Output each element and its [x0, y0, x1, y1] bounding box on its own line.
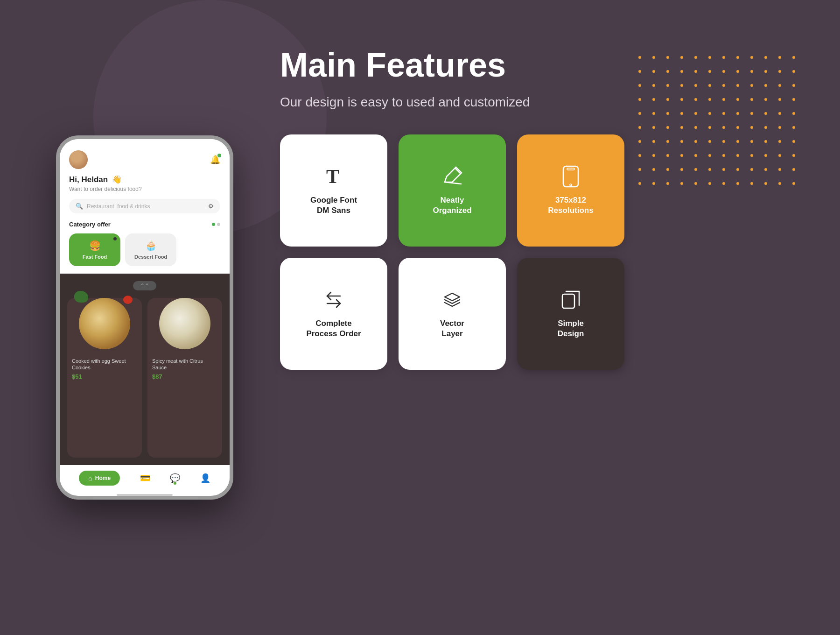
profile-icon: 👤 [200, 473, 210, 483]
avatar [69, 150, 88, 169]
features-grid: T Google FontDM Sans NeatlyOrgan [280, 134, 793, 370]
feature-card-process-order: CompleteProcess Order [280, 258, 387, 370]
phone-header: 🔔 [69, 150, 220, 169]
category-nav-dots [212, 223, 220, 226]
wallet-icon: 💳 [140, 473, 150, 483]
feature-card-resolutions: 375x812Resolutions [517, 134, 624, 247]
food-image-dumpling [152, 303, 217, 354]
features-section: Main Features Our design is easy to used… [280, 37, 793, 598]
greeting-text: Hi, Heldan 👋 [69, 175, 220, 184]
simple-design-label: SimpleDesign [558, 318, 584, 339]
process-order-label: CompleteProcess Order [306, 318, 361, 339]
swipe-arrows-icon: ⌃⌃ [140, 282, 149, 289]
nav-chat-button[interactable]: 💬 [170, 473, 180, 483]
chat-icon: 💬 [170, 473, 180, 483]
category-title: Category offer [69, 221, 111, 228]
resolutions-label: 375x812Resolutions [548, 195, 593, 216]
edit-icon [441, 165, 463, 188]
sub-greeting-text: Want to order delicious food? [69, 186, 220, 192]
search-bar[interactable]: 🔍 Restaurant, food & drinks ⚙ [69, 199, 220, 213]
food-name-cookies: Cooked with egg Sweet Cookies [72, 358, 137, 371]
feature-card-vector-layer: VectorLayer [399, 258, 506, 370]
phone-container: 🔔 Hi, Heldan 👋 Want to order delicious f… [47, 37, 243, 598]
chip-dessert[interactable]: 🧁 Dessert Food [125, 233, 176, 266]
google-font-text: Google FontDM Sans [310, 196, 357, 215]
filter-icon: ⚙ [208, 203, 214, 210]
food-card-spicy[interactable]: Spicy meat with Citrus Sauce $87 [147, 298, 222, 458]
phone-bottom-nav: ⌂ Home 💳 💬 👤 [60, 465, 230, 491]
nav-dot-active [212, 223, 215, 226]
phone-icon [560, 165, 581, 188]
avatar-image [69, 150, 88, 169]
svg-rect-6 [562, 294, 574, 308]
nav-bar-indicator [117, 494, 173, 496]
home-label: Home [95, 475, 111, 481]
pasta-tomato [123, 296, 133, 304]
svg-point-3 [570, 184, 572, 186]
resolutions-text: 375x812Resolutions [548, 196, 593, 215]
neatly-organized-text: NeatlyOrganized [433, 196, 471, 215]
food-price-cookies: $51 [72, 373, 137, 380]
fastfood-icon: 🍔 [89, 240, 101, 251]
dessert-label: Dessert Food [134, 254, 167, 260]
svg-rect-2 [567, 168, 574, 170]
feature-card-neatly-organized: NeatlyOrganized [399, 134, 506, 247]
feature-card-simple-design: SimpleDesign [517, 258, 624, 370]
food-name-spicy: Spicy meat with Citrus Sauce [152, 358, 217, 371]
nav-profile-button[interactable]: 👤 [200, 473, 210, 483]
food-image-pasta [72, 303, 137, 354]
main-title: Main Features [280, 47, 793, 84]
phone-bottom-section: ⌃⌃ Cooked with egg Sweet Cook [60, 274, 230, 465]
nav-dot-inactive [217, 223, 220, 226]
svg-text:T: T [326, 166, 339, 187]
notification-dot [217, 154, 221, 157]
category-chips: 🍔 Fast Food 🧁 Dessert Food [69, 233, 220, 266]
nav-wallet-button[interactable]: 💳 [140, 473, 150, 483]
chat-notification-dot [174, 482, 176, 485]
process-order-text: CompleteProcess Order [306, 319, 361, 338]
vector-layer-text: VectorLayer [440, 319, 464, 338]
chip-fast-food[interactable]: 🍔 Fast Food [69, 233, 120, 266]
dumpling-image [159, 298, 210, 349]
search-icon: 🔍 [76, 203, 83, 210]
greeting-name: Hi, Heldan [69, 175, 108, 184]
google-font-label: Google FontDM Sans [310, 195, 357, 216]
pasta-herb [74, 291, 88, 303]
chip-active-dot [113, 237, 117, 240]
dessert-icon: 🧁 [145, 240, 157, 251]
swipe-handle[interactable]: ⌃⌃ [133, 281, 156, 290]
arrows-icon [322, 289, 345, 311]
main-subtitle: Our design is easy to used and customize… [280, 93, 607, 111]
main-layout: 🔔 Hi, Heldan 👋 Want to order delicious f… [0, 0, 840, 635]
notification-bell[interactable]: 🔔 [210, 155, 220, 165]
phone-top-section: 🔔 Hi, Heldan 👋 Want to order delicious f… [60, 139, 230, 274]
nav-home-button[interactable]: ⌂ Home [79, 471, 120, 486]
feature-card-google-font: T Google FontDM Sans [280, 134, 387, 247]
category-header: Category offer [69, 221, 220, 228]
food-price-spicy: $87 [152, 373, 217, 380]
simple-design-text: SimpleDesign [558, 319, 584, 338]
neatly-organized-label: NeatlyOrganized [433, 195, 471, 216]
greeting-emoji: 👋 [112, 175, 122, 184]
food-cards-container: Cooked with egg Sweet Cookies $51 Spicy … [67, 298, 222, 458]
home-icon: ⌂ [88, 474, 92, 482]
search-placeholder-text: Restaurant, food & drinks [87, 203, 204, 210]
copy-icon [560, 289, 582, 311]
layers-icon [441, 289, 463, 311]
vector-layer-label: VectorLayer [440, 318, 464, 339]
phone-mockup: 🔔 Hi, Heldan 👋 Want to order delicious f… [56, 135, 233, 500]
food-card-cookies[interactable]: Cooked with egg Sweet Cookies $51 [67, 298, 142, 458]
pasta-image [79, 298, 130, 349]
text-icon: T [322, 165, 345, 188]
fastfood-label: Fast Food [83, 254, 107, 260]
